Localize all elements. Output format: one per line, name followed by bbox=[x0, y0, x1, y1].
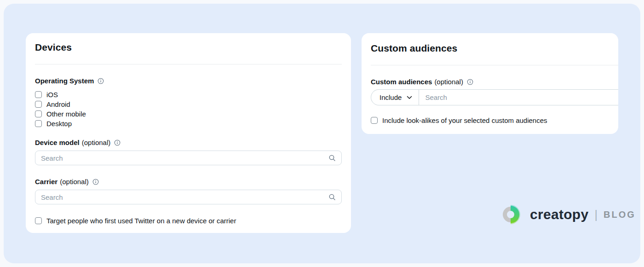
creatopy-blog-branding: creatopy | BLOG bbox=[500, 202, 636, 227]
include-dropdown-value: Include bbox=[380, 93, 402, 101]
info-icon[interactable] bbox=[92, 179, 99, 185]
blog-label: BLOG bbox=[604, 209, 636, 220]
divider bbox=[35, 64, 342, 64]
devices-card: Devices Operating System iOS Android Oth… bbox=[26, 33, 351, 233]
custom-audiences-search-input[interactable] bbox=[419, 90, 618, 105]
os-checkbox-list: iOS Android Other mobile Desktop bbox=[35, 91, 342, 127]
checkbox-unchecked[interactable] bbox=[35, 101, 42, 108]
checkbox-label: Desktop bbox=[46, 120, 72, 127]
custom-audiences-field-label: Custom audiences (optional) bbox=[371, 77, 609, 86]
devices-card-title: Devices bbox=[35, 33, 342, 53]
device-model-label-text: Device model bbox=[35, 138, 80, 147]
creatopy-logo-icon bbox=[500, 202, 523, 227]
os-option-other-mobile[interactable]: Other mobile bbox=[35, 110, 342, 117]
info-icon[interactable] bbox=[114, 139, 121, 146]
checkbox-unchecked[interactable] bbox=[35, 110, 42, 117]
chevron-down-icon bbox=[407, 96, 412, 99]
checkbox-label: Android bbox=[46, 101, 70, 108]
custom-audiences-card-title: Custom audiences bbox=[371, 33, 609, 54]
custom-audiences-optional-text: (optional) bbox=[434, 77, 463, 86]
checkbox-unchecked[interactable] bbox=[35, 91, 42, 98]
lookalikes-checkbox-row[interactable]: Include look-alikes of your selected cus… bbox=[371, 117, 609, 124]
os-option-android[interactable]: Android bbox=[35, 101, 342, 108]
os-option-ios[interactable]: iOS bbox=[35, 91, 342, 98]
carrier-label: Carrier (optional) bbox=[35, 177, 342, 186]
include-exclude-dropdown[interactable]: Include bbox=[371, 90, 419, 105]
device-model-label: Device model (optional) bbox=[35, 138, 342, 147]
device-model-search-field[interactable] bbox=[35, 151, 342, 165]
divider bbox=[371, 65, 618, 65]
checkbox-unchecked[interactable] bbox=[35, 120, 42, 127]
operating-system-label: Operating System bbox=[35, 76, 342, 85]
carrier-search-field[interactable] bbox=[35, 190, 342, 204]
device-model-search-input[interactable] bbox=[41, 154, 325, 162]
creatopy-wordmark: creatopy bbox=[530, 207, 588, 222]
custom-audiences-card: Custom audiences Custom audiences (optio… bbox=[362, 33, 618, 134]
checkbox-label: iOS bbox=[46, 91, 58, 98]
info-icon[interactable] bbox=[467, 79, 473, 85]
search-icon bbox=[328, 193, 336, 201]
checkbox-unchecked[interactable] bbox=[35, 217, 42, 224]
carrier-label-text: Carrier bbox=[35, 177, 58, 186]
checkbox-label: Target people who first used Twitter on … bbox=[46, 217, 236, 224]
operating-system-label-text: Operating System bbox=[35, 76, 94, 85]
branding-separator: | bbox=[594, 208, 598, 221]
device-model-optional-text: (optional) bbox=[82, 138, 111, 147]
checkbox-label: Include look-alikes of your selected cus… bbox=[382, 117, 547, 124]
carrier-search-input[interactable] bbox=[41, 193, 325, 201]
custom-audiences-input-group: Include bbox=[371, 89, 618, 105]
os-option-desktop[interactable]: Desktop bbox=[35, 120, 342, 127]
custom-audiences-label-text: Custom audiences bbox=[371, 77, 432, 86]
checkbox-unchecked[interactable] bbox=[371, 117, 378, 124]
checkbox-label: Other mobile bbox=[46, 110, 86, 117]
info-icon[interactable] bbox=[98, 78, 104, 84]
carrier-optional-text: (optional) bbox=[60, 177, 89, 186]
search-icon bbox=[328, 154, 336, 162]
target-new-device-checkbox-row[interactable]: Target people who first used Twitter on … bbox=[35, 217, 342, 224]
